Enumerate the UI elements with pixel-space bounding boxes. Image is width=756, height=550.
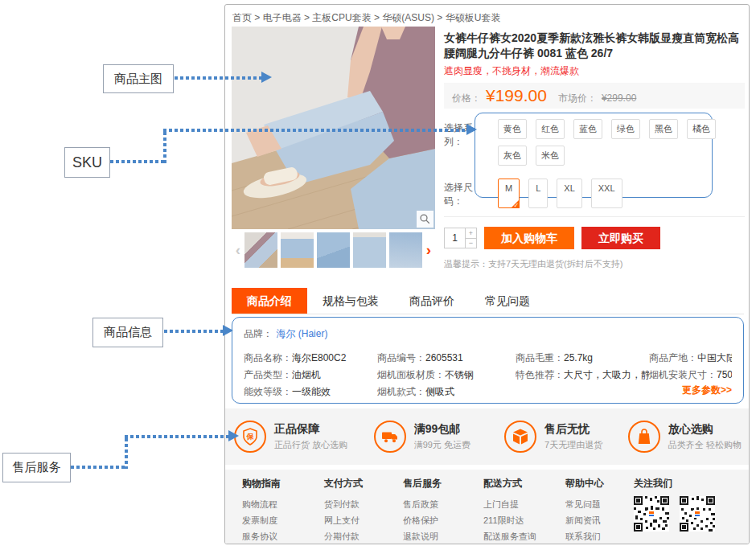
thumbnail-5[interactable] (389, 232, 422, 268)
callout-sku-line-a (110, 160, 166, 163)
footer-column: 售后服务 售后政策 价格保护 退款说明 返修/退换货 取消订单 (403, 477, 483, 544)
service-desc: 满99元 免运费 (414, 439, 470, 451)
service-desc: 正品行货 放心选购 (274, 439, 347, 451)
callout-after-sale: 售后服务 (2, 453, 71, 482)
svg-text:保: 保 (246, 433, 255, 441)
service-title: 售后无忧 (544, 422, 602, 437)
service-bar: 保 正品保障 正品行货 放心选购 满99包邮 (225, 408, 750, 465)
callout-after-sale-label: 售后服务 (13, 460, 61, 475)
selling-point: 遮肉显瘦，不挑身材，潮流爆款 (444, 64, 745, 78)
footer-column: 支付方式 货到付款 网上支付 分期付款 银行转帐 (324, 477, 403, 544)
add-to-cart-button[interactable]: 加入购物车 (484, 227, 574, 249)
footer-link[interactable]: 价格保护 (403, 512, 483, 528)
series-option[interactable]: 橘色 (687, 119, 716, 139)
price-value: ¥199.00 (486, 86, 547, 105)
service-item: 满99包邮 满99元 免运费 (356, 421, 487, 453)
footer-column: 配送方式 上门自提 211限时达 配送服务查询 配送费收取标准 海外配送 (483, 477, 565, 544)
series-option[interactable]: 黑色 (649, 119, 678, 139)
callout-after-sale-line-a (71, 466, 127, 469)
footer-link[interactable]: 常见问题 (565, 496, 634, 512)
thumbnail-3[interactable] (317, 232, 350, 268)
tab-faq[interactable]: 常见问题 (470, 288, 545, 314)
thumbnail-1[interactable] (244, 232, 277, 268)
callout-sku: SKU (64, 147, 110, 178)
truck-icon (374, 421, 406, 453)
footer-link[interactable]: 上门自提 (483, 496, 565, 512)
series-option[interactable]: 红色 (536, 119, 565, 139)
zoom-image-button[interactable] (417, 211, 433, 228)
brand-link[interactable]: 海尔 (Haier) (276, 328, 327, 339)
sku-section: 选择系列： 黄色 红色 蓝色 绿色 黑色 橘色 灰色 米色 选择尺码： (444, 112, 745, 208)
callout-main-image-line (175, 76, 261, 80)
size-label: 选择尺码： (444, 171, 488, 208)
quantity-stepper: 1 + − (444, 228, 477, 248)
quantity-minus-icon[interactable]: − (466, 239, 476, 248)
bag-icon (628, 421, 660, 453)
box-icon (504, 421, 536, 453)
service-desc: 7天无理由退货 (544, 439, 602, 451)
model-photo-illustration (232, 27, 435, 229)
service-title: 正品保障 (274, 422, 347, 437)
arrow-right-icon (261, 72, 272, 83)
thumbs-next-icon[interactable]: › (422, 232, 435, 268)
service-desc: 品类齐全 轻松购物 (668, 439, 742, 451)
footer-link[interactable]: 211限时达 (483, 512, 565, 528)
footer-link[interactable]: 退款说明 (403, 528, 483, 544)
series-option[interactable]: 绿色 (611, 119, 640, 139)
footer-link[interactable]: 服务协议 (242, 528, 324, 544)
footer-link[interactable]: 网上支付 (324, 512, 403, 528)
service-title: 放心选购 (668, 422, 742, 437)
service-item: 放心选购 品类齐全 轻松购物 (619, 421, 750, 453)
product-page-panel: 首页 > 电子电器 > 主板CPU套装 > 华硕(ASUS) > 华硕板U套装 (224, 4, 750, 544)
footer-link[interactable]: 售后政策 (403, 496, 483, 512)
detail-tabs: 商品介绍 规格与包装 商品评价 常见问题 (232, 288, 744, 314)
footer-link[interactable]: 联系我们 (565, 528, 634, 544)
size-option[interactable]: L (528, 179, 548, 208)
callout-after-sale-line-b (125, 438, 128, 469)
buy-now-button[interactable]: 立即购买 (581, 227, 660, 249)
product-main-image[interactable] (232, 27, 435, 229)
footer-column-follow: 关注我们 (634, 477, 715, 544)
breadcrumb[interactable]: 首页 > 电子电器 > 主板CPU套装 > 华硕(ASUS) > 华硕板U套装 (232, 11, 500, 25)
magnifier-icon (419, 213, 431, 225)
footer-link[interactable]: 分期付款 (324, 528, 403, 544)
arrow-right-icon (466, 124, 477, 135)
tab-product-intro[interactable]: 商品介绍 (232, 288, 307, 314)
footer-link[interactable]: 配送服务查询 (483, 528, 565, 544)
size-option[interactable]: XL (557, 179, 581, 208)
tab-spec-package[interactable]: 规格与包装 (307, 288, 394, 314)
more-params-link[interactable]: 更多参数>> (682, 384, 732, 397)
callout-after-sale-line-c (125, 435, 229, 438)
series-options: 黄色 红色 蓝色 绿色 黑色 橘色 灰色 米色 (488, 112, 718, 166)
footer-link[interactable]: 新闻资讯 (565, 512, 634, 528)
purchase-tip: 温馨提示：支持7天无理由退货(拆封后不支持) (444, 258, 745, 270)
price-label: 价格： (452, 92, 481, 105)
arrow-right-icon (223, 325, 233, 336)
callout-main-image-label: 商品主图 (114, 72, 162, 87)
series-option[interactable]: 蓝色 (573, 119, 602, 139)
footer-link[interactable]: 购物流程 (242, 496, 324, 512)
arrow-right-icon (228, 430, 239, 441)
series-option[interactable]: 米色 (536, 146, 565, 166)
series-option[interactable]: 灰色 (498, 146, 527, 166)
footer-column: 帮助中心 常见问题 新闻资讯 联系我们 (565, 477, 634, 544)
service-item: 保 正品保障 正品行货 放心选购 (225, 421, 356, 453)
thumbnail-strip: ‹ › (232, 232, 435, 268)
callout-product-info-line (164, 330, 224, 333)
footer-link[interactable]: 发票制度 (242, 512, 324, 528)
size-option[interactable]: XXL (591, 179, 622, 208)
quantity-plus-icon[interactable]: + (466, 228, 476, 239)
quantity-input[interactable]: 1 (445, 228, 465, 248)
site-footer: 购物指南 购物流程 发票制度 服务协议 会员优惠 支付方式 货到付款 网上支付 … (225, 467, 750, 544)
thumbs-prev-icon[interactable]: ‹ (232, 232, 244, 268)
size-option-selected[interactable]: M ✓ (498, 179, 520, 208)
series-option[interactable]: 黄色 (498, 119, 527, 139)
product-summary: 女裤牛仔裤女2020夏季新款泫雅长裤女韩版显瘦直筒宽松高腰阔腿九分牛仔裤 008… (444, 31, 745, 270)
callout-product-info-label: 商品信息 (104, 325, 152, 340)
thumbnail-2[interactable] (281, 232, 314, 268)
product-title: 女裤牛仔裤女2020夏季新款泫雅长裤女韩版显瘦直筒宽松高腰阔腿九分牛仔裤 008… (444, 31, 745, 61)
thumbnail-4[interactable] (353, 232, 386, 268)
annotated-product-page: 商品主图 SKU 商品信息 售后服务 首页 > 电子电器 > 主板CPU套装 >… (0, 0, 756, 550)
tab-reviews[interactable]: 商品评价 (394, 288, 470, 314)
footer-link[interactable]: 货到付款 (324, 496, 403, 512)
